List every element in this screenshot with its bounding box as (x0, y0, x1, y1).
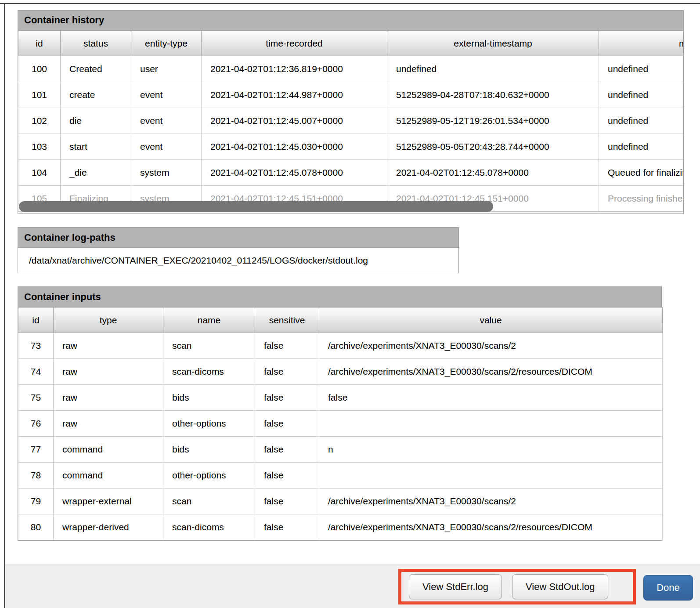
table-cell: undefined (599, 56, 684, 82)
table-cell: false (255, 437, 319, 463)
table-cell: wrapper-derived (54, 514, 163, 540)
table-cell: 2021-04-02T01:12:36.819+0000 (202, 56, 387, 82)
view-stdout-button[interactable]: View StdOut.log (512, 574, 608, 599)
table-cell: scan (163, 489, 255, 514)
table-cell: raw (54, 359, 163, 385)
table-cell: /archive/experiments/XNAT3_E00030/scans/… (319, 333, 663, 359)
table-cell: undefined (599, 82, 684, 108)
table-cell: scan-dicoms (163, 514, 255, 540)
table-row: 100Createduser2021-04-02T01:12:36.819+00… (18, 56, 684, 82)
table-cell: 100 (18, 56, 61, 82)
table-cell: /archive/experiments/XNAT3_E00030/scans/… (319, 514, 663, 540)
column-header-id: id (18, 31, 61, 56)
table-cell: 77 (18, 437, 54, 463)
container-history-title: Container history (18, 11, 683, 30)
table-cell: 76 (18, 411, 54, 437)
table-cell: false (255, 489, 319, 514)
table-row: 75rawbidsfalsefalse (18, 385, 663, 411)
table-cell: bids (163, 385, 255, 411)
table-cell: raw (54, 333, 163, 359)
column-header-status: status (61, 31, 131, 56)
container-history-panel: Container history idstatusentity-typetim… (18, 10, 684, 214)
table-cell: false (255, 514, 319, 540)
table-cell: Created (61, 56, 131, 82)
table-cell: false (255, 333, 319, 359)
table-cell: bids (163, 437, 255, 463)
window-border-left (4, 3, 5, 608)
table-cell: 102 (18, 108, 61, 134)
table-cell: false (255, 463, 319, 489)
table-cell: 2021-04-02T01:12:45.078+0000 (387, 160, 599, 186)
horizontal-scrollbar-thumb[interactable] (19, 201, 493, 212)
table-row: 76rawother-optionsfalse (18, 411, 663, 437)
table-cell: 2021-04-02T01:12:44.987+0000 (202, 82, 387, 108)
table-row: 102dieevent2021-04-02T01:12:45.007+00005… (18, 108, 684, 134)
table-cell: 103 (18, 134, 61, 160)
table-row: 80wrapper-derivedscan-dicomsfalse/archiv… (18, 514, 663, 540)
table-cell: /archive/experiments/XNAT3_E00030/scans/… (319, 359, 663, 385)
column-header-entity-type: entity-type (131, 31, 202, 56)
table-cell: 101 (18, 82, 61, 108)
table-cell: Processing finished (599, 186, 684, 212)
table-cell: Queued for finalizing (599, 160, 684, 186)
column-header-time-recorded: time-recorded (202, 31, 387, 56)
table-cell: 79 (18, 489, 54, 514)
container-log-paths-panel: Container log-paths /data/xnat/archive/C… (18, 227, 459, 273)
dialog-footer: View StdErr.log View StdOut.log Done (5, 565, 700, 608)
table-cell: 2021-04-02T01:12:45.007+0000 (202, 108, 387, 134)
table-cell: raw (54, 411, 163, 437)
table-row: 101createevent2021-04-02T01:12:44.987+00… (18, 82, 684, 108)
table-cell: 2021-04-02T01:12:45.030+0000 (202, 134, 387, 160)
done-button[interactable]: Done (643, 575, 693, 601)
table-cell: 104 (18, 160, 61, 186)
container-inputs-table: idtypenamesensitivevalue73rawscanfalse/a… (18, 307, 663, 540)
container-history-table: idstatusentity-typetime-recordedexternal… (18, 30, 683, 212)
table-cell: command (54, 437, 163, 463)
table-cell: false (255, 359, 319, 385)
table-row: 73rawscanfalse/archive/experiments/XNAT3… (18, 333, 663, 359)
table-cell: undefined (599, 134, 684, 160)
table-cell: system (131, 160, 202, 186)
table-row: 78commandother-optionsfalse (18, 463, 663, 489)
column-header-name: name (163, 308, 255, 333)
table-cell: false (319, 385, 663, 411)
table-cell: 75 (18, 385, 54, 411)
table-header-row: idtypenamesensitivevalue (18, 308, 663, 333)
container-log-paths-title: Container log-paths (18, 228, 458, 248)
table-cell: event (131, 82, 202, 108)
column-header-external-timestamp: external-timestamp (387, 31, 599, 56)
table-cell: wrapper-external (54, 489, 163, 514)
table-cell: 2021-04-02T01:12:45.078+0000 (202, 160, 387, 186)
table-cell: 73 (18, 333, 54, 359)
table-header-row: idstatusentity-typetime-recordedexternal… (18, 31, 684, 56)
table-cell: event (131, 108, 202, 134)
view-stderr-button[interactable]: View StdErr.log (409, 574, 502, 599)
table-cell: raw (54, 385, 163, 411)
column-header-id: id (18, 308, 54, 333)
table-cell: event (131, 134, 202, 160)
table-cell: _die (61, 160, 131, 186)
table-cell: die (61, 108, 131, 134)
history-scroll-area[interactable]: idstatusentity-typetime-recordedexternal… (18, 30, 683, 214)
table-cell: undefined (387, 56, 599, 82)
column-header-sensitive: sensitive (255, 308, 319, 333)
table-cell: scan-dicoms (163, 359, 255, 385)
table-cell (319, 411, 663, 437)
table-row: 103startevent2021-04-02T01:12:45.030+000… (18, 134, 684, 160)
table-cell: scan (163, 333, 255, 359)
table-cell: 51252989-04-28T07:18:40.632+0000 (387, 82, 599, 108)
table-row: 79wrapper-externalscanfalse/archive/expe… (18, 489, 663, 514)
column-header-type: type (54, 308, 163, 333)
table-cell (319, 463, 663, 489)
table-row: 77commandbidsfalsen (18, 437, 663, 463)
table-row: 104_diesystem2021-04-02T01:12:45.078+000… (18, 160, 684, 186)
table-cell: 51252989-05-12T19:26:01.534+0000 (387, 108, 599, 134)
table-cell: create (61, 82, 131, 108)
table-cell: /archive/experiments/XNAT3_E00030/scans/… (319, 489, 663, 514)
table-cell: false (255, 411, 319, 437)
window-border-top (0, 3, 700, 4)
table-cell: command (54, 463, 163, 489)
table-row: 74rawscan-dicomsfalse/archive/experiment… (18, 359, 663, 385)
column-header-message: message (599, 31, 684, 56)
table-cell: undefined (599, 108, 684, 134)
